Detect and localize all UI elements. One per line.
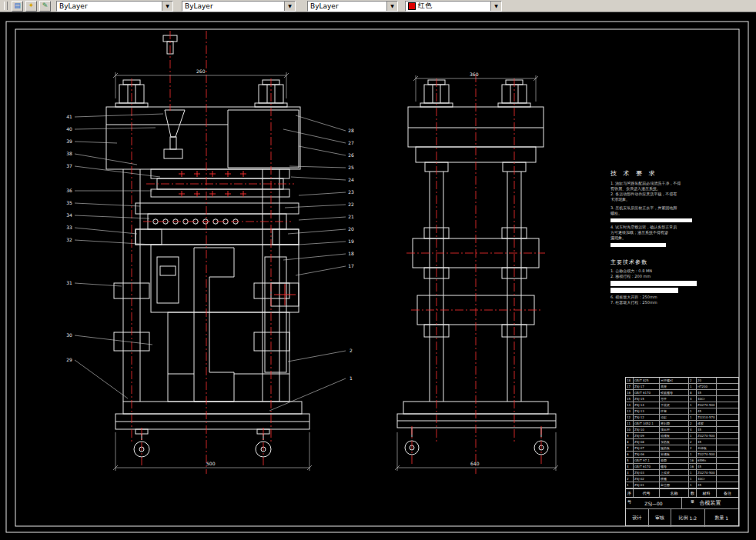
bom-cell-no: 2	[626, 476, 634, 482]
table-row: 9 ZSJ-09 动模板 1 ZG270-500	[626, 433, 738, 439]
scale-field: 比例 1:2	[671, 509, 704, 527]
bom-cell-code: ZSJ-10	[634, 427, 660, 433]
layer-combo[interactable]: ByLayer ▼	[56, 1, 173, 12]
bom-cell-no: 18	[626, 378, 634, 384]
layers-glyph: ▤	[14, 2, 21, 9]
bom-cell-code: ZSJ-12	[634, 415, 660, 421]
table-row: 1 ZSJ-01 定位圈 1 45	[626, 482, 738, 488]
bom-cell-mat: ZG270-500	[697, 452, 717, 458]
bom-cell-name: 密封圈	[660, 421, 689, 427]
bom-rows: 18 GB/T 825 吊环螺钉 2 20 17 ZSJ-17 底座 1 HT2…	[626, 378, 738, 488]
bom-cell-name: 垫圈	[660, 458, 689, 464]
bom-cell-qty: 1	[689, 452, 697, 458]
note-line: 螺栓。	[610, 211, 707, 216]
bom-cell-no: 5	[626, 458, 634, 464]
chevron-down-icon[interactable]: ▼	[490, 2, 501, 11]
right-view-drawing	[397, 80, 556, 455]
callout-number: 39	[66, 138, 72, 144]
bom-cell-mat: ZG270-500	[697, 470, 717, 476]
bom-cell-code: GB/T 6170	[634, 390, 660, 396]
bom-cell-no: 7	[626, 445, 634, 452]
bom-cell-qty: 1	[689, 384, 697, 390]
bom-cell-qty: 1	[689, 408, 697, 415]
dim-text: 640	[470, 461, 480, 466]
toolbar-grip[interactable]	[4, 2, 8, 10]
bom-cell-note	[717, 458, 738, 464]
chevron-down-icon[interactable]: ▼	[386, 2, 397, 11]
table-row: 15 ZSJ-15 导柱 4 40Cr	[626, 396, 738, 402]
dim-text: 360	[470, 72, 479, 77]
parameter-line: 6. 模板最大开距：250mm	[610, 295, 707, 300]
qty-value: 1	[725, 515, 728, 521]
bom-cell-mat: 45	[697, 390, 717, 396]
callout-number: 35	[66, 200, 72, 205]
color-combo[interactable]: 红色 ▼	[405, 1, 502, 12]
callout-number: 31	[66, 280, 72, 285]
chevron-down-icon[interactable]: ▼	[162, 2, 172, 11]
color-swatch	[408, 2, 416, 10]
layer-states-icon[interactable]: ✦	[25, 1, 37, 12]
table-row: 10 ZSJ-10 顶出杆 4 45	[626, 427, 738, 433]
technical-requirements-para1: 3. 压机安装后应校正水平，并紧固地脚 螺栓。	[610, 205, 707, 216]
bom-cell-code: ZSJ-07	[634, 445, 660, 452]
note-line: 2. 各运动部件动作应灵活平稳，不得有	[610, 192, 707, 197]
bom-cell-qty: 8	[689, 390, 697, 396]
bom-cell-code: GB/T 97.1	[634, 458, 660, 464]
callout-number: 30	[66, 332, 72, 338]
callout-number: 17	[348, 263, 354, 268]
callout-number: 34	[66, 212, 72, 218]
note-line: 1. 油缸与管路装配前必须清洗干净，不得	[610, 181, 707, 186]
main-parameters: 主要技术参数 1. 公称合模力：0.8 MN2. 移模行程：200 mm 6. …	[610, 258, 707, 305]
table-row: 14 ZSJ-14 下横梁 1 ZG270-500	[626, 402, 738, 408]
bom-cell-qty: 1	[689, 433, 697, 439]
check-label: 审核	[649, 509, 672, 527]
bom-cell-no: 4	[626, 464, 634, 470]
table-row: 16 GB/T 6170 锁紧螺母 8 45	[626, 390, 738, 396]
bom-cell-note	[717, 415, 738, 421]
qty-field: 数量 1	[705, 509, 738, 527]
pencil-glyph: ✎	[42, 2, 49, 9]
bom-cell-code: ZSJ-17	[634, 384, 660, 390]
parameter-lines-top: 1. 公称合模力：0.8 MN2. 移模行程：200 mm	[610, 268, 707, 279]
bom-cell-qty: 1	[689, 482, 697, 488]
chevron-down-icon[interactable]: ▼	[284, 2, 295, 11]
highlighted-text-bar	[610, 281, 697, 286]
bom-cell-name: 油缸	[660, 415, 689, 421]
parameter-line: 2. 移模行程：200 mm	[610, 274, 707, 279]
bom-cell-code: ZSJ-09	[634, 433, 660, 439]
bom-cell-no: 12	[626, 415, 634, 421]
bom-cell-qty: 16	[689, 458, 697, 464]
bom-cell-qty: 16	[689, 464, 697, 470]
bom-cell-code: ZSJ-02	[634, 476, 660, 482]
bom-table: 18 GB/T 825 吊环螺钉 2 20 17 ZSJ-17 底座 1 HT2…	[625, 377, 739, 526]
technical-requirements-title: 技 术 要 求	[610, 169, 707, 178]
bom-cell-mat: ZG270-500	[697, 433, 717, 439]
linetype-combo[interactable]: ByLayer ▼	[182, 1, 296, 12]
star-glyph: ✦	[28, 2, 35, 9]
layers-dialog-icon[interactable]: ▤	[12, 1, 23, 12]
bom-cell-qty: 4	[689, 396, 697, 402]
bom-cell-note	[717, 439, 738, 445]
lineweight-combo[interactable]: ByLayer ▼	[307, 1, 398, 12]
bom-header-qty: 数量	[689, 489, 697, 497]
bom-cell-name: 锁紧螺母	[660, 390, 689, 396]
table-row: 5 GB/T 97.1 垫圈 16 65Mn	[626, 458, 738, 464]
bom-cell-name: 加热板	[660, 439, 689, 445]
bom-cell-no: 16	[626, 390, 634, 396]
bom-cell-mat: 40Cr	[697, 396, 717, 402]
technical-requirements: 技 术 要 求 1. 油缸与管路装配前必须清洗干净，不得 有铁屑、杂质进入液压系…	[610, 169, 707, 249]
bom-cell-name: 隔热板	[660, 445, 689, 452]
bom-cell-note	[717, 476, 738, 482]
table-row: 18 GB/T 825 吊环螺钉 2 20	[626, 378, 738, 384]
bom-cell-note	[717, 445, 738, 452]
bom-cell-note	[717, 408, 738, 415]
callout-number: 23	[348, 189, 354, 195]
make-object-layer-current-icon[interactable]: ✎	[39, 1, 51, 12]
bom-header-mat: 材料	[697, 489, 717, 497]
bom-cell-note	[717, 378, 738, 384]
layer-combo-value: ByLayer	[57, 2, 162, 10]
table-row: 6 ZSJ-06 定模板 1 ZG270-500	[626, 452, 738, 458]
callout-number: 18	[348, 251, 354, 256]
table-row: 17 ZSJ-17 底座 1 HT200	[626, 384, 738, 390]
color-combo-value: 红色	[416, 1, 490, 11]
